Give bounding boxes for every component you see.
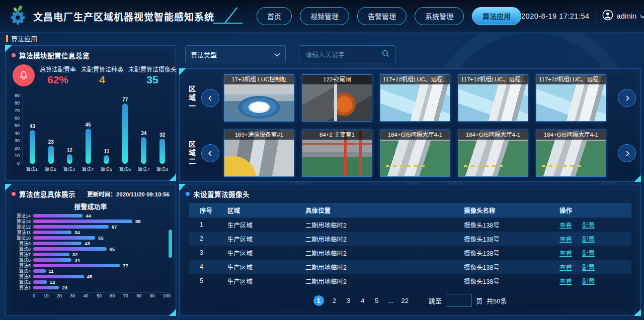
camera-card[interactable]: 117+1#机组LUC、远程... [458,74,528,122]
view-link[interactable]: 查看 [559,264,572,271]
page-number[interactable]: 5 [373,297,380,304]
y-axis-ticks: 9080 7060 5040 3020 100 [10,93,20,164]
zone-label: 区域二 [187,141,197,166]
overview-panel: 算法模块配置信息总览 总算法配置率 62% 未配置算法种类 4 未配置算法摄像头… [5,45,176,181]
hbar-chart-title: 报警成功率 [6,201,176,211]
app-logo-gear-leaf-icon [7,5,28,28]
nav-tab-home[interactable]: 首页 [257,7,292,25]
config-link[interactable]: 配置 [582,278,595,285]
page-number[interactable]: 3 [345,297,352,304]
camera-card[interactable]: 184+GIS间隔大厅4-1 [380,130,450,177]
main-nav: 首页 视频管理 告警管理 系统管理 算法应用 [257,7,521,25]
camera-card[interactable]: 169+通信设备室#1 [224,130,294,177]
app-header: 文昌电厂生产区域机器视觉智能感知系统 首页 视频管理 告警管理 系统管理 算法应… [0,0,644,33]
page-number[interactable]: 4 [359,297,366,304]
bar-column: 77 [117,93,133,164]
search-icon[interactable] [381,49,390,60]
table-header: 序号区域 具体位置摄像头名称 操作 [189,203,631,218]
scroll-left-button[interactable] [201,89,219,107]
table-row: 1生产区域 二期用地临时2摄像头138号 查看配置 [189,218,631,232]
chart-scrollbar[interactable] [169,230,172,258]
dropdown-chevron-icon [274,50,280,59]
detail-panel-title: 算法信息具体展示 [19,189,75,199]
bar-column: 23 [43,93,59,164]
unset-camera-panel: 未设置算法摄像头 序号区域 具体位置摄像头名称 操作 1生产区域 二期用地临时2… [179,184,641,316]
panel-dot [12,53,16,57]
camera-card[interactable]: 17+3机组 LUC控制柜 [224,74,294,122]
panel-dot [186,192,190,196]
table-row: 2生产区域 二期用地临时2摄像头138号 查看配置 [189,232,631,246]
breadcrumb-bar [6,35,8,42]
camera-card[interactable]: 117+1#机组LUC、远程... [536,74,606,122]
bar-column: 11 [99,93,115,164]
view-link[interactable]: 查看 [559,250,572,257]
page-ellipsis: ... [387,297,394,304]
header-datetime: 2020-8-19 17:21:54 [521,12,590,20]
total-count: 共50条 [487,296,507,305]
camera-card[interactable]: 84+2 主变室1 [302,130,372,177]
title-slash-decoration [221,8,248,25]
panel-dot [12,192,16,196]
config-link[interactable]: 配置 [582,264,595,271]
view-link[interactable]: 查看 [559,278,572,285]
scroll-left-button[interactable] [201,144,219,162]
nav-tab-algorithm[interactable]: 算法应用 [472,7,521,25]
avatar-icon [602,10,613,23]
breadcrumb-label: 算法应用 [11,34,37,43]
x-axis-labels: 算法1算法2 算法3算法4 算法5算法6 算法7算法8 [23,166,172,172]
camera-card[interactable]: 117+1#机组LUC、远程... [380,74,450,122]
breadcrumb: 算法应用 [6,34,37,43]
search-input[interactable] [304,50,381,59]
user-chevron-down-icon [640,12,644,21]
camera-row-zone1: 区域一 17+3机组 LUC控制柜 122+2尾闸 117+1#机组LUC、远程… [180,72,640,124]
nav-tab-alarm[interactable]: 告警管理 [357,7,407,25]
camera-card[interactable]: 184+GIS间隔大厅4-1 [458,130,528,177]
config-link[interactable]: 配置 [582,236,595,243]
camera-panel: 区域一 17+3机组 LUC控制柜 122+2尾闸 117+1#机组LUC、远程… [179,68,641,182]
config-link[interactable]: 配置 [582,222,595,229]
update-time: 更新时间：2020/11/20 09:10:56 [87,190,170,198]
jump-page-input[interactable] [446,294,472,307]
search-box [299,45,395,63]
bar-column: 43 [24,93,40,164]
zone-label: 区域一 [187,85,197,111]
alarm-success-chart: 算法1444 算法1388 算法1267 算法1134 算法1055 算法943… [11,213,171,298]
overview-panel-title: 算法模块配置信息总览 [19,50,90,60]
camera-card[interactable]: 122+2尾闸 [302,74,372,122]
nav-tab-video[interactable]: 视频管理 [300,7,349,25]
page-number[interactable]: 2 [331,297,338,304]
detail-panel: 算法信息具体展示 更新时间：2020/11/20 09:10:56 报警成功率 … [5,184,176,316]
stat-config-rate: 总算法配置率 62% [40,65,76,86]
table-panel-title: 未设置算法摄像头 [193,189,250,199]
filter-bar: 算法类型 [185,45,395,63]
bar-column: 34 [136,93,152,164]
camera-card[interactable]: 184+GIS间隔大厅4-1 [536,130,606,177]
bar-column: 45 [80,93,96,164]
scroll-right-button[interactable] [618,89,636,107]
page-unit: 页 [476,296,482,305]
bell-icon [13,64,35,86]
bar-column: 12 [61,93,77,164]
pagination: 1 2 3 4 5 ... 22 跳至 页 共50条 [180,294,640,307]
scroll-right-button[interactable] [618,144,636,162]
app-title: 文昌电厂生产区域机器视觉智能感知系统 [33,10,214,23]
config-link[interactable]: 配置 [582,250,595,257]
table-row: 3生产区域 二期用地临时2摄像头138号 查看配置 [189,246,631,260]
hbar-x-axis: 010 2030 4050 6070 8090 100 [33,292,171,298]
view-link[interactable]: 查看 [559,222,572,229]
nav-tab-system[interactable]: 系统管理 [415,7,464,25]
bar-column: 32 [154,93,171,164]
view-link[interactable]: 查看 [559,236,572,243]
user-name: admin [617,12,637,20]
page-number[interactable]: 1 [313,295,324,306]
user-menu[interactable]: admin [602,10,644,23]
jump-label: 跳至 [429,296,442,305]
page-number[interactable]: 22 [401,297,409,304]
camera-table: 序号区域 具体位置摄像头名称 操作 1生产区域 二期用地临时2摄像头138号 查… [189,203,631,288]
stat-unconfigured-types: 未配置算法种类 4 [81,65,123,86]
algorithm-type-dropdown[interactable]: 算法类型 [185,45,286,63]
table-row: 5生产区域 二期用地临时2摄像头138号 查看配置 [189,274,631,288]
algorithm-bar-chart: 9080 7060 5040 3020 100 43 23 12 45 11 7… [10,93,172,181]
camera-row-zone2: 区域二 169+通信设备室#1 84+2 主变室1 184+GIS间隔大厅4-1… [180,127,640,179]
header-divider [596,11,596,22]
